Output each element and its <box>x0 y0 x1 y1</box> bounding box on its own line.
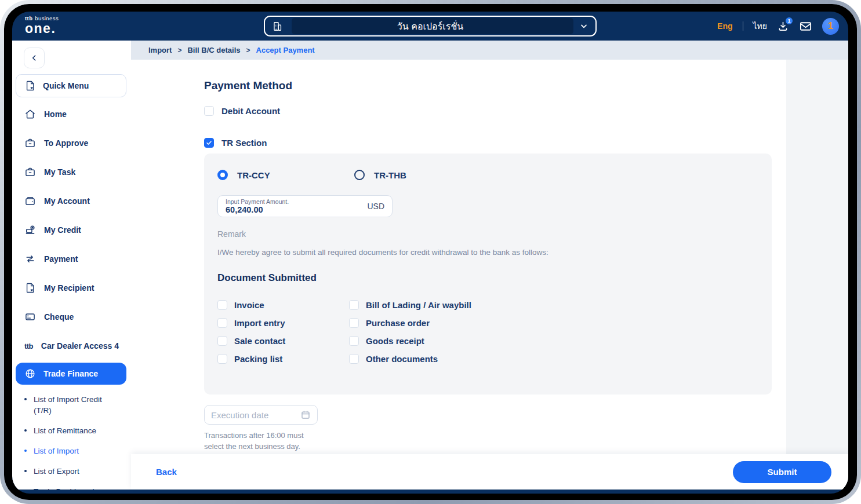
company-selector-value: วัน คอเปอร์เรชั่น <box>265 19 595 34</box>
checkbox-unchecked-icon[interactable] <box>349 354 359 364</box>
checkbox-unchecked-icon[interactable] <box>349 336 359 346</box>
checkbox-label: Debit Account <box>221 106 280 116</box>
sidebar-item-cheque[interactable]: Cheque <box>12 302 131 331</box>
radio-label: TR-CCY <box>237 170 270 180</box>
checkbox-label: Invoice <box>234 300 264 310</box>
sidebar-subitem-label: Trade Dashboard <box>34 486 121 490</box>
main-area: Import > Bill B/C details > Accept Payme… <box>131 41 848 490</box>
checkbox-checked-icon[interactable] <box>204 138 214 148</box>
tr-section-option[interactable]: TR Section <box>204 138 786 148</box>
language-divider <box>743 21 743 31</box>
documents-checkbox-grid: Invoice Bill of Lading / Air waybill Imp… <box>217 300 772 364</box>
radio-selected-icon[interactable] <box>217 170 228 180</box>
wallet-icon <box>24 195 36 207</box>
sidebar-item-trade-finance-active[interactable]: Trade Finance <box>16 363 126 385</box>
payment-amount-value[interactable]: 60,240.00 <box>226 205 289 215</box>
bullet-icon <box>24 429 27 432</box>
sidebar-subitem-list-of-import[interactable]: List of Import <box>12 441 131 461</box>
chevron-down-icon <box>579 21 588 31</box>
sidebar-item-label: Cheque <box>44 312 74 322</box>
radio-unselected-icon[interactable] <box>354 170 365 180</box>
execution-date-input[interactable] <box>211 410 292 420</box>
globe-icon <box>24 368 36 379</box>
sidebar-item-label: Payment <box>44 254 78 264</box>
sidebar-subitem-list-of-export[interactable]: List of Export <box>12 461 131 481</box>
credit-coin-icon <box>24 224 36 236</box>
payment-amount-field[interactable]: Input Payment Amount. 60,240.00 USD <box>217 195 393 217</box>
language-thai-link[interactable]: ไทย <box>753 20 767 32</box>
checkbox-unchecked-icon[interactable] <box>349 318 359 328</box>
language-eng-link[interactable]: Eng <box>717 21 732 31</box>
download-button[interactable]: 1 <box>777 20 789 32</box>
sidebar-subitem-list-of-remittance[interactable]: List of Remittance <box>12 421 131 441</box>
doc-option-import-entry[interactable]: Import entry <box>217 318 349 328</box>
sidebar-collapse-button[interactable] <box>24 48 45 68</box>
screen: ttbbusiness one. วัน คอเปอร์เรชั่น <box>0 0 861 504</box>
bullet-icon <box>24 450 27 452</box>
sidebar-item-car-dealer-access[interactable]: ttb Car Dealer Access 4 <box>12 331 131 360</box>
topbar-right-controls: Eng ไทย 1 1 <box>717 12 839 41</box>
doc-option-packing-list[interactable]: Packing list <box>217 354 349 364</box>
sidebar-item-label: Home <box>44 109 67 119</box>
payment-amount-currency: USD <box>367 202 384 211</box>
transfer-arrows-icon <box>24 253 36 265</box>
checkbox-label: Other documents <box>366 354 438 364</box>
doc-option-other-documents[interactable]: Other documents <box>349 354 772 364</box>
doc-option-purchase-order[interactable]: Purchase order <box>349 318 772 328</box>
checkbox-unchecked-icon[interactable] <box>217 336 227 346</box>
sidebar-subitem-trade-dashboard[interactable]: Trade Dashboard <box>12 481 131 490</box>
sidebar-item-my-recipient[interactable]: My Recipient <box>12 273 131 302</box>
avatar-glyph: 1 <box>828 21 833 31</box>
sidebar-subitem-list-of-import-credit[interactable]: List of Import Credit (T/R) <box>12 389 131 421</box>
sidebar-item-label: Car Dealer Access 4 <box>41 341 119 350</box>
checkbox-label: Goods receipt <box>366 336 424 346</box>
ttb-wordmark-icon: ttb <box>24 342 33 350</box>
sidebar-item-payment[interactable]: Payment <box>12 244 131 273</box>
calendar-icon[interactable] <box>300 410 311 420</box>
bullet-icon <box>24 398 27 400</box>
sidebar-item-label: My Account <box>44 196 90 206</box>
company-selector[interactable]: วัน คอเปอร์เรชั่น <box>264 16 597 36</box>
checkbox-label: Sale contact <box>234 336 285 346</box>
checkbox-unchecked-icon[interactable] <box>349 300 359 310</box>
document-heart-icon <box>24 80 36 92</box>
footer-action-bar: Back Submit <box>131 454 848 490</box>
radio-tr-ccy[interactable]: TR-CCY <box>217 170 354 180</box>
mail-button[interactable] <box>799 20 812 33</box>
avatar[interactable]: 1 <box>822 18 839 35</box>
sidebar-item-my-task[interactable]: My Task <box>12 158 131 187</box>
content-scroll-area: Payment Method Debit Account TR Section <box>131 60 848 454</box>
sidebar-item-home[interactable]: Home <box>12 100 131 129</box>
doc-option-goods-receipt[interactable]: Goods receipt <box>349 336 772 346</box>
sidebar-subitem-label: List of Import Credit (T/R) <box>34 394 121 416</box>
breadcrumb-item-import[interactable]: Import <box>148 46 172 54</box>
sidebar-item-my-credit[interactable]: My Credit <box>12 216 131 244</box>
doc-option-invoice[interactable]: Invoice <box>217 300 349 310</box>
checkbox-label: Packing list <box>234 354 282 364</box>
checkbox-label: Bill of Lading / Air waybill <box>366 300 471 310</box>
radio-tr-thb[interactable]: TR-THB <box>354 170 406 180</box>
back-button[interactable]: Back <box>156 467 177 477</box>
remark-body: I/We hereby agree to submit all required… <box>217 248 772 257</box>
sidebar-item-label: My Task <box>44 167 75 177</box>
quick-menu-button[interactable]: Quick Menu <box>16 74 126 97</box>
execution-date-field[interactable] <box>204 405 318 425</box>
chevron-left-icon <box>30 53 39 63</box>
debit-account-option[interactable]: Debit Account <box>204 106 786 116</box>
checkbox-unchecked-icon[interactable] <box>217 354 227 364</box>
checkbox-unchecked-icon[interactable] <box>217 318 227 328</box>
checkbox-unchecked-icon[interactable] <box>204 106 214 116</box>
topbar: ttbbusiness one. วัน คอเปอร์เรชั่น <box>12 12 848 41</box>
breadcrumb-item-bill-bc-details[interactable]: Bill B/C details <box>187 46 240 54</box>
bullet-icon <box>24 470 27 472</box>
doc-option-bill-of-lading[interactable]: Bill of Lading / Air waybill <box>349 300 772 310</box>
checkbox-unchecked-icon[interactable] <box>217 300 227 310</box>
sidebar-item-to-approve[interactable]: To Approve <box>12 129 131 158</box>
sidebar-subitem-label: List of Export <box>34 466 121 477</box>
app-window: ttbbusiness one. วัน คอเปอร์เรชั่น <box>12 12 848 494</box>
breadcrumb: Import > Bill B/C details > Accept Payme… <box>131 41 848 60</box>
doc-option-sale-contact[interactable]: Sale contact <box>217 336 349 346</box>
submit-button[interactable]: Submit <box>733 461 831 483</box>
sidebar-item-my-account[interactable]: My Account <box>12 187 131 216</box>
download-count-badge: 1 <box>784 16 794 25</box>
